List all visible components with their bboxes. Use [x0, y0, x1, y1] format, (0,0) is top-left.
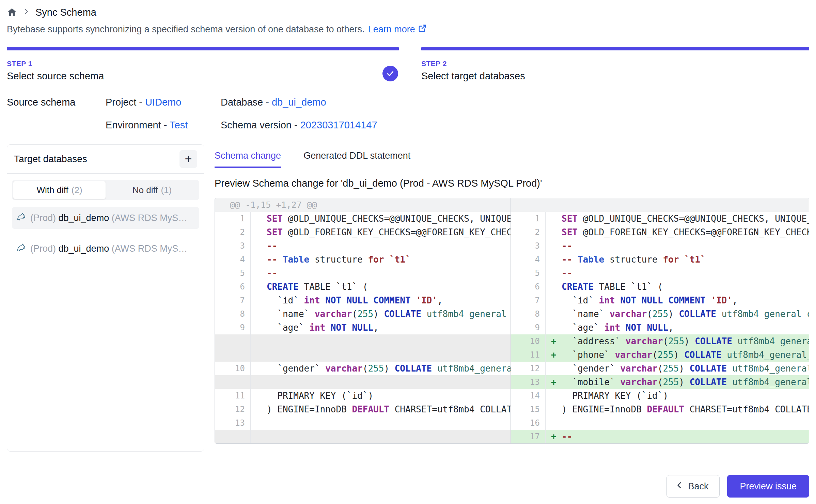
diff-line-number: 16 [511, 416, 545, 430]
add-target-database-button[interactable]: + [179, 150, 197, 168]
preview-title: Preview Schema change for 'db_ui_demo (P… [215, 178, 809, 189]
diff-line-number: 2 [215, 225, 250, 239]
diff-code-line: SET @OLD_FOREIGN_KEY_CHECKS=@@FOREIGN_KE… [250, 225, 511, 239]
diff-added-line: + `address` varchar(255) COLLATE utf8mb4… [545, 334, 809, 348]
target-databases-title: Target databases [14, 154, 87, 164]
diff-line-number: 4 [511, 253, 545, 266]
source-schema-section: Source schema Project - UIDemo Environme… [7, 97, 809, 131]
environment-field: Environment - Test [106, 120, 221, 131]
diff-code-line: -- [545, 239, 809, 253]
schema-version-field: Schema version - 20230317014147 [221, 120, 377, 131]
diff-line-number: 12 [215, 403, 250, 416]
diff-code-line: `id` int NOT NULL COMMENT 'ID', [250, 294, 511, 307]
target-database-list: (Prod) db_ui_demo (AWS RDS MyS… (Prod) d… [12, 207, 199, 259]
diff-line-number: 11 [215, 389, 250, 403]
step-2-label: STEP 2 [421, 60, 809, 68]
project-field: Project - UIDemo [106, 97, 221, 108]
database-list-item[interactable]: (Prod) db_ui_demo (AWS RDS MyS… [12, 207, 199, 229]
step-2: STEP 2 Select target databases [421, 47, 809, 82]
environment-link[interactable]: Test [170, 120, 188, 130]
diff-line-number: 4 [215, 253, 250, 266]
footer-actions: Back Preview issue [7, 475, 809, 498]
diff-code-line: `gender` varchar(255) COLLATE utf8mb4_ge… [545, 362, 809, 375]
chevron-left-icon [675, 481, 684, 492]
diff-code-line: `age` int NOT NULL, [250, 321, 511, 334]
diff-line-number: 5 [511, 266, 545, 280]
diff-line-number: 11 [511, 348, 545, 362]
learn-more-link[interactable]: Learn more [368, 24, 427, 35]
diff-code-line: -- Table structure for `t1` [250, 253, 511, 266]
diff-line-number: 8 [511, 307, 545, 321]
preview-section: Schema change Generated DDL statement Pr… [215, 144, 809, 444]
database-link[interactable]: db_ui_demo [272, 97, 326, 108]
diff-hunk-header: @@ -1,15 +1,27 @@ [215, 198, 511, 212]
stepper: STEP 1 Select source schema STEP 2 Selec… [7, 47, 809, 82]
diff-placeholder-gutter [215, 348, 250, 362]
tab-with-diff[interactable]: With diff(2) [13, 181, 106, 199]
diff-line-number: 13 [511, 375, 545, 389]
diff-code-line: ) ENGINE=InnoDB DEFAULT CHARSET=utf8mb4 … [545, 403, 809, 416]
diff-line-number: 6 [215, 280, 250, 294]
diff-line-number: 10 [511, 334, 545, 348]
diff-added-line: + `phone` varchar(255) COLLATE utf8mb4_g… [545, 348, 809, 362]
diff-line-number: 2 [511, 225, 545, 239]
diff-code-line: SET @OLD_FOREIGN_KEY_CHECKS=@@FOREIGN_KE… [545, 225, 809, 239]
diff-code-line: SET @OLD_UNIQUE_CHECKS=@@UNIQUE_CHECKS, … [545, 212, 809, 225]
source-schema-label: Source schema [7, 97, 106, 131]
step-1-bar [7, 47, 399, 50]
diff-line-number: 9 [511, 321, 545, 334]
diff-hunk-header-right [511, 198, 809, 212]
diff-line-number: 3 [215, 239, 250, 253]
database-field: Database - db_ui_demo [221, 97, 377, 108]
diff-line-number: 15 [511, 403, 545, 416]
target-databases-panel: Target databases + With diff(2) No diff(… [7, 144, 204, 452]
diff-code-line: `name` varchar(255) COLLATE utf8mb4_gene… [250, 307, 511, 321]
no-diff-count: (1) [161, 185, 172, 195]
diff-placeholder-line [250, 334, 511, 348]
diff-code-line: `gender` varchar(255) COLLATE utf8mb4_ge… [250, 362, 511, 375]
step-1-complete-icon [382, 66, 398, 81]
diff-line-number: 3 [511, 239, 545, 253]
diff-added-marker: + [551, 334, 562, 348]
sync-schema-page: Sync Schema Bytebase supports synchroniz… [0, 0, 816, 504]
diff-code-line: -- [250, 239, 511, 253]
diff-added-line: +-- [545, 430, 809, 443]
with-diff-count: (2) [72, 185, 82, 195]
step-1: STEP 1 Select source schema [7, 47, 399, 82]
project-link[interactable]: UIDemo [145, 97, 181, 108]
diff-code-line: -- Table structure for `t1` [545, 253, 809, 266]
tab-schema-change[interactable]: Schema change [215, 151, 281, 168]
tab-generated-ddl[interactable]: Generated DDL statement [303, 151, 410, 168]
step-2-title: Select target databases [421, 70, 809, 82]
diff-code-line: ) ENGINE=InnoDB DEFAULT CHARSET=utf8mb4 … [250, 403, 511, 416]
mysql-icon [16, 242, 26, 255]
database-list-item[interactable]: (Prod) db_ui_demo (AWS RDS MyS… [12, 238, 199, 259]
external-link-icon [418, 24, 427, 35]
diff-filter-tabs: With diff(2) No diff(1) [12, 180, 199, 200]
back-button[interactable]: Back [666, 475, 720, 498]
diff-placeholder-line [250, 375, 511, 389]
diff-code-line: -- [545, 266, 809, 280]
diff-placeholder-gutter [215, 375, 250, 389]
diff-code-line: PRIMARY KEY (`id`) [545, 389, 809, 403]
diff-placeholder-gutter [215, 430, 250, 443]
preview-issue-button[interactable]: Preview issue [727, 475, 809, 498]
diff-line-number: 12 [511, 362, 545, 375]
diff-code-line: SET @OLD_UNIQUE_CHECKS=@@UNIQUE_CHECKS, … [250, 212, 511, 225]
tab-no-diff[interactable]: No diff(1) [106, 181, 198, 199]
diff-added-marker: + [551, 375, 562, 389]
preview-tabs: Schema change Generated DDL statement [215, 151, 809, 168]
diff-line-number: 7 [215, 294, 250, 307]
diff-line-number: 10 [215, 362, 250, 375]
mysql-icon [16, 212, 26, 224]
diff-line-number: 1 [511, 212, 545, 225]
schema-diff-viewer[interactable]: @@ -1,15 +1,27 @@1SET @OLD_UNIQUE_CHECKS… [215, 198, 809, 444]
schema-version-link[interactable]: 20230317014147 [300, 120, 377, 130]
diff-code-line: PRIMARY KEY (`id`) [250, 389, 511, 403]
step-1-title: Select source schema [7, 70, 399, 82]
footer-divider [7, 460, 809, 460]
step-2-bar [421, 47, 809, 50]
diff-code-line: -- [250, 266, 511, 280]
home-icon[interactable] [7, 7, 17, 17]
diff-line-number: 8 [215, 307, 250, 321]
